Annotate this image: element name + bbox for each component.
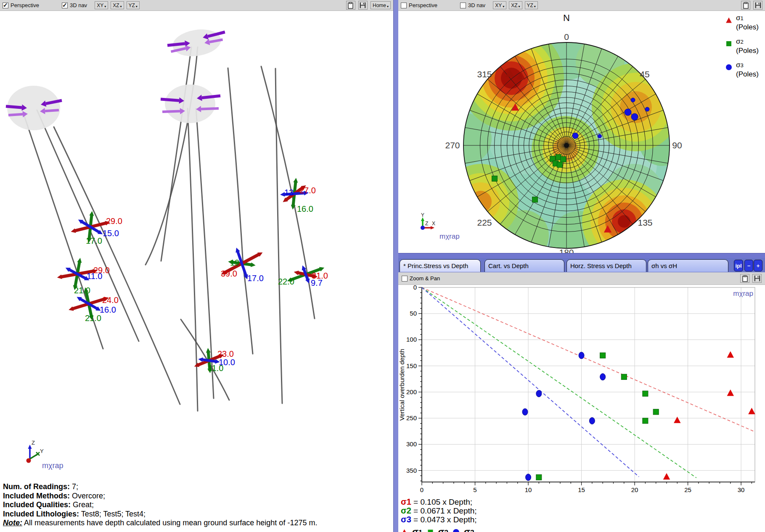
chart-legend: σ1 = 0.105 x Depth;σ2 = 0.0671 x Depth;σ… xyxy=(401,498,762,532)
copy-to-clipboard-button[interactable] xyxy=(741,1,750,10)
stress-measurement-glyph: 29.011.021.0 xyxy=(57,258,110,295)
xy-view-button[interactable]: XY▾ xyxy=(493,1,506,9)
x-tick-label: 30 xyxy=(738,486,745,493)
xz-view-button[interactable]: XZ▾ xyxy=(111,1,124,9)
x-tick-label: 0 xyxy=(420,486,424,493)
azimuth-label: 225 xyxy=(477,218,492,227)
perspective-checkbox[interactable] xyxy=(401,3,407,8)
svg-text:Y: Y xyxy=(421,212,424,218)
stress-depth-canvas: 051015202530050100150200250300350StressV… xyxy=(398,258,765,498)
borehole-trace xyxy=(54,127,180,404)
x-axis-icon xyxy=(26,458,31,463)
sigma2-pole xyxy=(532,197,538,203)
yz-view-button[interactable]: YZ▾ xyxy=(525,1,538,9)
stress-value-label: 22.0 xyxy=(278,277,294,286)
stereonet-toolbar: Perspective 3D nav XY▾ XZ▾ YZ▾ xyxy=(398,0,765,11)
trend-line xyxy=(422,287,696,478)
summary-line: Included Methods: Overcore; xyxy=(3,492,381,501)
zoom-pan-label: Zoom & Pan xyxy=(410,275,440,282)
xy-view-button[interactable]: XY▾ xyxy=(95,1,108,9)
btn-add-tab[interactable]: + xyxy=(754,260,762,271)
perspective-checkbox[interactable] xyxy=(3,3,8,8)
axis-triad: YZX xyxy=(421,212,435,230)
copy-to-clipboard-button[interactable] xyxy=(346,1,355,10)
perspective-label: Perspective xyxy=(11,2,39,8)
fit-equation: σ2 = 0.0671 x Depth; xyxy=(401,506,762,515)
copy-to-clipboard-button[interactable] xyxy=(740,274,749,283)
perspective-toggle[interactable]: Perspective xyxy=(401,2,437,8)
y-axis-title: Vertical overburden depth xyxy=(398,349,405,421)
save-button[interactable] xyxy=(753,1,762,10)
zoom-pan-toggle[interactable]: Zoom & Pan xyxy=(402,275,440,282)
y-tick-label: 300 xyxy=(406,440,417,448)
sigma3-pole xyxy=(631,98,635,102)
tab-cart-vs-depth[interactable]: Cart. vs Depth xyxy=(484,259,564,272)
north-label: N xyxy=(563,13,570,23)
tab-princ-stress-vs-depth[interactable]: * Princ.Stress vs Depth xyxy=(400,259,481,272)
dropdown-arrow-icon: ▾ xyxy=(534,5,536,8)
stress-depth-panel: 051015202530050100150200250300350StressV… xyxy=(398,258,765,532)
nav3d-label: 3D nav xyxy=(70,2,87,8)
plot-tab-bar: * Princ.Stress vs DepthCart. vs DepthHor… xyxy=(398,258,765,273)
stereonet-legend: σ1(Poles)σ2(Poles)σ3(Poles) xyxy=(725,13,765,84)
square-marker-icon xyxy=(725,40,732,47)
nav3d-toggle[interactable]: 3D nav xyxy=(460,2,485,8)
shmax-arrow xyxy=(8,114,23,115)
azimuth-label: 135 xyxy=(638,218,652,227)
nav3d-checkbox[interactable] xyxy=(62,3,68,8)
y-tick-label: 200 xyxy=(406,388,417,395)
nav3d-toggle[interactable]: 3D nav xyxy=(62,2,87,8)
home-view-button[interactable]: Home▾ xyxy=(371,1,391,9)
mxrap-logo: mχrap xyxy=(733,290,753,298)
dropdown-arrow-icon: ▾ xyxy=(519,5,520,8)
save-button[interactable] xyxy=(752,274,762,283)
x-tick-label: 20 xyxy=(631,486,638,493)
borehole-trace xyxy=(228,68,243,265)
summary-line: Included Lithologies: Test8; Test5; Test… xyxy=(3,510,381,519)
xz-view-button[interactable]: XZ▾ xyxy=(509,1,522,9)
nav3d-checkbox[interactable] xyxy=(460,3,466,8)
yz-view-button[interactable]: YZ▾ xyxy=(127,1,140,9)
stress-depth-chart[interactable]: 051015202530050100150200250300350StressV… xyxy=(398,258,765,498)
stress-measurement-glyph: 23.010.011.0 xyxy=(194,348,235,373)
stress-value-label: 27.0 xyxy=(299,186,316,195)
tab-sh-vs-sH[interactable]: σh vs σH xyxy=(648,259,728,272)
x-tick-label: 15 xyxy=(578,486,585,493)
circle-marker-icon xyxy=(453,529,460,532)
azimuth-label: 90 xyxy=(672,140,682,150)
series-σ1 xyxy=(663,351,755,479)
azimuth-label: 0 xyxy=(564,32,569,42)
dropdown-arrow-icon: ▾ xyxy=(120,5,122,8)
btn-ipl[interactable]: ipl xyxy=(734,260,743,271)
x-tick-label: 10 xyxy=(525,486,532,493)
dropdown-arrow-icon: ▾ xyxy=(136,5,138,8)
perspective-toggle[interactable]: Perspective xyxy=(3,2,39,8)
sigma3-pole xyxy=(625,109,631,116)
btn-remove-tab[interactable]: − xyxy=(744,260,753,271)
trend-line xyxy=(422,287,639,477)
stereonet-panel: N04590135180225270315YZXmχrap Perspectiv… xyxy=(398,0,765,253)
y-tick-label: 100 xyxy=(406,336,417,343)
stereonet-view[interactable]: N04590135180225270315YZXmχrap xyxy=(398,0,765,253)
marker-legend: σ1σ2σ3 xyxy=(401,527,762,532)
chart-axes xyxy=(422,287,755,482)
stress-measurement-glyph: 1327.016.0 xyxy=(280,178,316,213)
mxrap-logo: mχrap xyxy=(439,232,460,240)
stress-value-label: 13 xyxy=(284,188,294,197)
stress-value-label: 24.0 xyxy=(102,295,119,305)
zoom-pan-checkbox[interactable] xyxy=(402,276,408,282)
series-σ2 xyxy=(536,353,659,480)
stress-direction-disc xyxy=(161,84,220,123)
left-3d-view[interactable]: 29.015.017.029.011.021.024.016.021.01939… xyxy=(0,0,393,532)
tab-horz-stress-vs-depth[interactable]: Horz. Stress vs Depth xyxy=(566,259,646,272)
mxrap-window: 29.015.017.029.011.021.024.016.021.01939… xyxy=(0,0,765,532)
legend-item-σ2: σ2(Poles) xyxy=(725,37,765,55)
circle-marker-icon xyxy=(725,64,732,71)
svg-text:Z: Z xyxy=(425,221,428,226)
note-line: Note: All measurements have depth calcul… xyxy=(3,519,381,528)
triangle-marker-icon xyxy=(401,529,408,532)
azimuth-label: 315 xyxy=(477,69,492,79)
summary-line: Num. of Readings: 7; xyxy=(3,482,381,492)
y-tick-label: 350 xyxy=(406,467,417,474)
save-button[interactable] xyxy=(358,1,368,10)
